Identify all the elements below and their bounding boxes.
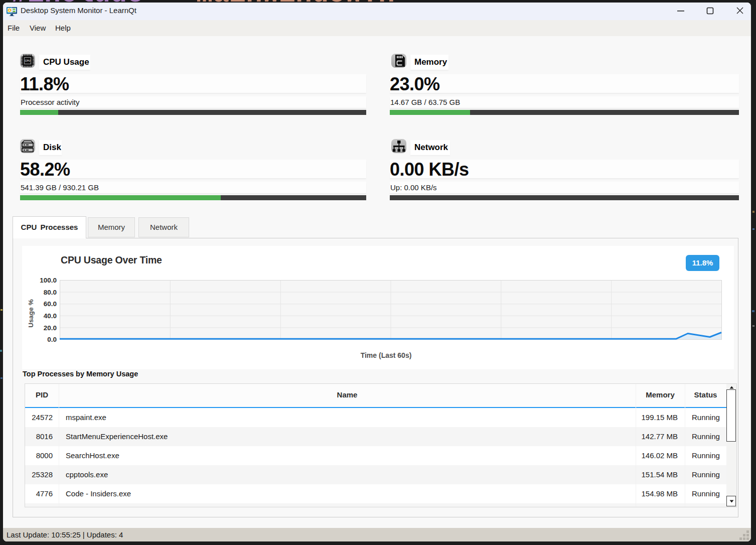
svg-text:CPU: CPU — [25, 59, 31, 62]
